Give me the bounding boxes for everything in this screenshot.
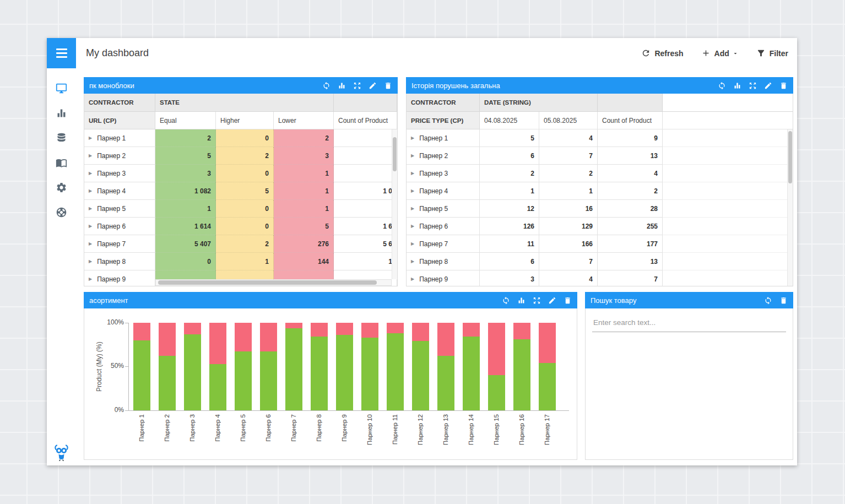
add-button[interactable]: Add	[701, 48, 739, 58]
search-input[interactable]	[592, 316, 786, 332]
bar-segment-green[interactable]	[463, 337, 480, 410]
maximize-icon[interactable]	[533, 296, 541, 305]
bar-segment-red[interactable]	[336, 323, 353, 335]
row-header[interactable]: ▶Парнер 1	[84, 129, 155, 147]
column-group-date[interactable]: DATE (STRING)	[480, 94, 598, 112]
widget-header[interactable]: асортимент	[84, 292, 577, 308]
table-row[interactable]: ▶Парнер 3 2 2 4	[407, 165, 793, 182]
bar-segment-green[interactable]	[361, 338, 378, 410]
bar-segment-red[interactable]	[184, 323, 201, 334]
row-header[interactable]: ▶Парнер 2	[84, 147, 155, 165]
expand-arrow-icon[interactable]: ▶	[411, 241, 414, 246]
column-header-date2[interactable]: 05.08.2025	[539, 112, 598, 129]
bar-segment-green[interactable]	[209, 364, 226, 410]
row-header[interactable]: ▶Парнер 6	[84, 218, 155, 235]
vertical-scrollbar[interactable]	[392, 129, 397, 279]
column-header-date1[interactable]: 04.08.2025	[480, 112, 539, 129]
table-row[interactable]: ▶Парнер 1 2 0 2	[84, 129, 397, 147]
sidebar-item-support[interactable]	[47, 201, 76, 226]
expand-arrow-icon[interactable]: ▶	[89, 171, 92, 176]
expand-arrow-icon[interactable]: ▶	[89, 241, 92, 246]
table-row[interactable]: ▶Парнер 4 1 082 5 1 1 0	[84, 182, 397, 200]
bar-segment-red[interactable]	[437, 323, 454, 356]
bar-segment-red[interactable]	[488, 323, 505, 375]
column-header-count[interactable]: Count of Product	[334, 112, 397, 129]
filter-button[interactable]: Filter	[756, 48, 788, 58]
row-header[interactable]: ▶Парнер 8	[84, 253, 155, 270]
bar-segment-green[interactable]	[133, 340, 150, 410]
table-row[interactable]: ▶Парнер 7 11 166 177	[407, 235, 793, 253]
chart-icon[interactable]	[338, 82, 346, 90]
bar-segment-red[interactable]	[133, 323, 150, 340]
stacked-bar[interactable]	[361, 323, 378, 410]
table-row[interactable]: ▶Парнер 5 1 0 1	[84, 200, 397, 218]
delete-icon[interactable]	[384, 82, 392, 90]
widget-header[interactable]: Історія порушень загальна	[406, 77, 793, 94]
maximize-icon[interactable]	[749, 82, 757, 90]
sidebar-item-settings[interactable]	[47, 176, 76, 201]
row-header[interactable]: ▶Парнер 7	[407, 235, 480, 253]
stacked-bar[interactable]	[209, 323, 226, 410]
expand-arrow-icon[interactable]: ▶	[89, 259, 92, 264]
row-header[interactable]: ▶Парнер 2	[407, 147, 480, 165]
menu-button[interactable]	[47, 38, 76, 68]
table-row[interactable]: ▶Парнер 7 5 407 2 276 5 6	[84, 235, 397, 253]
row-header[interactable]: ▶Парнер 9	[84, 270, 155, 286]
scrollbar-thumb[interactable]	[788, 131, 792, 183]
delete-icon[interactable]	[779, 82, 788, 90]
row-header[interactable]: ▶Парнер 8	[407, 253, 480, 270]
bar-segment-green[interactable]	[311, 337, 328, 410]
delete-icon[interactable]	[779, 296, 788, 305]
bar-segment-red[interactable]	[463, 323, 480, 337]
stacked-bar[interactable]	[336, 323, 353, 410]
table-row[interactable]: ▶Парнер 6 126 129 255	[407, 218, 793, 235]
column-header-count[interactable]: Count of Product	[598, 112, 663, 129]
stacked-bar[interactable]	[159, 323, 176, 410]
table-row[interactable]: ▶Парнер 8 6 7 13	[407, 253, 793, 270]
bar-segment-red[interactable]	[361, 323, 378, 338]
bar-segment-green[interactable]	[513, 339, 530, 410]
bar-segment-red[interactable]	[387, 323, 404, 333]
table-row[interactable]: ▶Парнер 2 6 7 13	[407, 147, 793, 165]
bar-segment-red[interactable]	[285, 323, 302, 328]
edit-icon[interactable]	[369, 82, 377, 90]
row-header[interactable]: ▶Парнер 3	[84, 165, 155, 182]
edit-icon[interactable]	[764, 82, 772, 90]
column-header-price-type[interactable]: PRICE TYPE (CP)	[407, 112, 480, 129]
table-row[interactable]: ▶Парнер 5 12 16 28	[407, 200, 793, 218]
bar-segment-red[interactable]	[311, 323, 328, 337]
column-header-lower[interactable]: Lower	[274, 112, 334, 129]
table-row[interactable]: ▶Парнер 4 1 1 2	[407, 182, 793, 200]
sidebar-item-library[interactable]	[47, 151, 76, 176]
bar-segment-red[interactable]	[513, 323, 530, 339]
widget-header[interactable]: Пошук товару	[585, 292, 793, 308]
row-header[interactable]: ▶Парнер 4	[407, 182, 480, 200]
maximize-icon[interactable]	[353, 82, 361, 90]
delete-icon[interactable]	[564, 296, 572, 305]
bar-segment-green[interactable]	[184, 334, 201, 410]
bar-segment-green[interactable]	[159, 356, 176, 410]
sidebar-item-data-sources[interactable]	[47, 127, 76, 151]
column-header-url[interactable]: URL (CP)	[84, 112, 155, 129]
expand-arrow-icon[interactable]: ▶	[411, 277, 414, 281]
stacked-bar[interactable]	[260, 323, 277, 410]
table-row[interactable]: ▶Парнер 9 3 4 7	[407, 270, 793, 286]
bar-segment-red[interactable]	[539, 323, 556, 363]
sync-icon[interactable]	[322, 82, 331, 90]
bar-segment-red[interactable]	[235, 323, 252, 351]
expand-arrow-icon[interactable]: ▶	[411, 188, 414, 193]
stacked-bar[interactable]	[437, 323, 454, 410]
expand-arrow-icon[interactable]: ▶	[89, 277, 92, 281]
bar-segment-green[interactable]	[387, 333, 404, 410]
table-row[interactable]: ▶Парнер 3 3 0 1	[84, 165, 397, 182]
row-header[interactable]: ▶Парнер 7	[84, 235, 155, 253]
table-row[interactable]: ▶Парнер 6 1 614 0 5 1 6	[84, 218, 397, 235]
stacked-bar[interactable]	[412, 323, 429, 410]
bar-segment-green[interactable]	[539, 363, 556, 410]
bar-segment-red[interactable]	[159, 323, 176, 356]
bar-segment-green[interactable]	[412, 341, 429, 410]
expand-arrow-icon[interactable]: ▶	[411, 259, 414, 264]
table-row[interactable]: ▶Парнер 1 5 4 9	[407, 129, 793, 147]
bar-segment-green[interactable]	[488, 375, 505, 410]
row-header[interactable]: ▶Парнер 5	[407, 200, 480, 218]
